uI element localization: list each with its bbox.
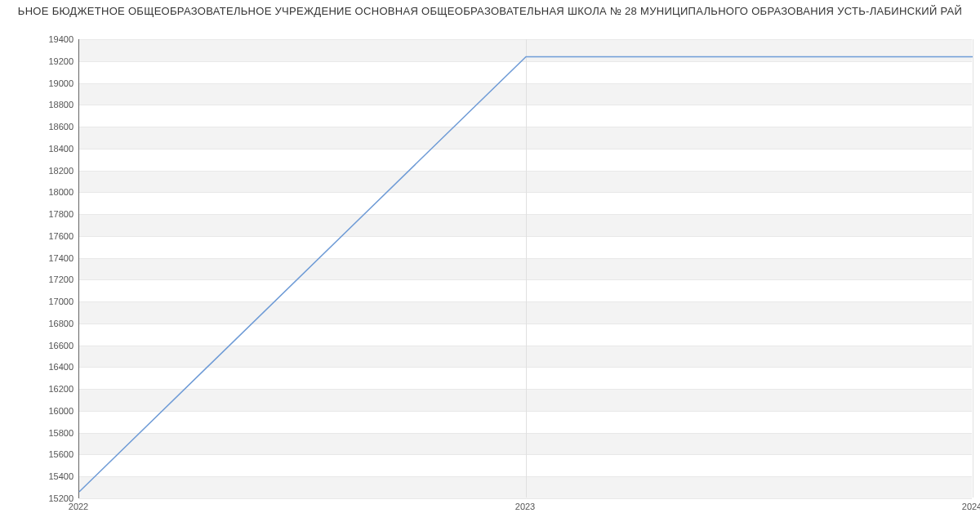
y-tick-label: 17800 xyxy=(8,209,74,219)
y-tick-label: 18000 xyxy=(8,187,74,197)
series-1 xyxy=(79,56,973,492)
y-tick-label: 15800 xyxy=(8,428,74,438)
x-tick-label: 2022 xyxy=(69,502,88,511)
y-tick-label: 19000 xyxy=(8,78,74,88)
y-tick-label: 17400 xyxy=(8,253,74,263)
y-tick-label: 17000 xyxy=(8,297,74,306)
y-tick-label: 19400 xyxy=(8,34,74,44)
series-line-layer xyxy=(79,39,972,498)
y-tick-label: 16600 xyxy=(8,341,74,350)
y-tick-label: 18200 xyxy=(8,166,74,176)
y-tick-label: 15400 xyxy=(8,471,74,481)
y-tick-label: 16400 xyxy=(8,362,74,372)
y-tick-label: 17600 xyxy=(8,231,74,241)
chart-container: ЬНОЕ БЮДЖЕТНОЕ ОБЩЕОБРАЗОВАТЕЛЬНОЕ УЧРЕЖ… xyxy=(0,0,980,531)
y-tick-label: 18400 xyxy=(8,144,74,154)
y-tick-label: 18800 xyxy=(8,100,74,109)
y-tick-label: 16200 xyxy=(8,384,74,394)
y-tick-label: 17200 xyxy=(8,274,74,284)
chart-title: ЬНОЕ БЮДЖЕТНОЕ ОБЩЕОБРАЗОВАТЕЛЬНОЕ УЧРЕЖ… xyxy=(0,5,980,17)
x-tick-label: 2024 xyxy=(962,502,980,511)
y-tick-label: 18600 xyxy=(8,122,74,132)
plot-area xyxy=(78,39,972,498)
x-tick-label: 2023 xyxy=(515,502,535,511)
y-tick-label: 15600 xyxy=(8,449,74,459)
y-tick-label: 16800 xyxy=(8,319,74,328)
grid-line-v xyxy=(973,39,973,498)
y-tick-label: 15200 xyxy=(8,493,74,503)
y-tick-label: 16000 xyxy=(8,406,74,416)
y-tick-label: 19200 xyxy=(8,56,74,66)
grid-line-h xyxy=(79,498,972,499)
